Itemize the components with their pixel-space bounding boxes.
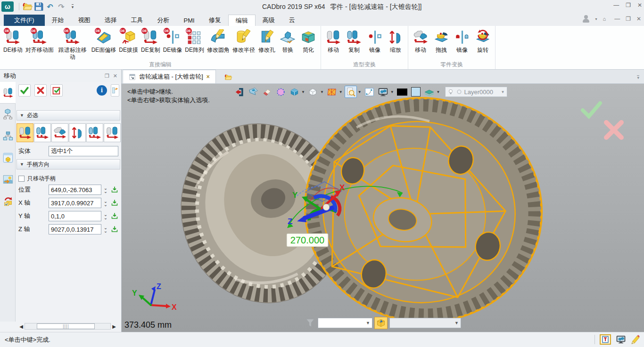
button-de-face-offset[interactable]: DEDE面偏移 (90, 27, 118, 55)
y-axis-field[interactable]: 0,1,0 (49, 211, 101, 221)
render-settings-button[interactable] (377, 86, 389, 98)
strip-image-export-icon[interactable] (0, 169, 16, 190)
avatar-dropdown-icon[interactable]: ▾ (595, 17, 597, 21)
button-modify-radius[interactable]: 修改半径 (231, 27, 256, 55)
zoom-preview-button[interactable] (345, 86, 357, 98)
mode-rotate-move-button[interactable] (69, 123, 86, 142)
pick-from-scene-icon[interactable] (111, 226, 118, 233)
tab-list-dropdown-icon[interactable]: ▾ (637, 75, 639, 80)
tab-start[interactable]: 开始 (45, 15, 71, 26)
erase-button[interactable] (261, 86, 273, 98)
curve-display-button[interactable] (363, 86, 376, 98)
minimize-button[interactable]: — (613, 2, 619, 8)
button-simplify[interactable]: 简化 (298, 27, 319, 55)
tab-view[interactable]: 视图 (71, 15, 98, 26)
tab-pmi[interactable]: PMI (177, 15, 202, 26)
save-button[interactable] (33, 1, 44, 12)
shaded-display-button[interactable] (288, 86, 300, 98)
button-part-move[interactable]: 移动 (410, 27, 431, 55)
secondary-combobox[interactable]: ▼ (389, 318, 461, 328)
scroll-right-icon[interactable]: ▶ (111, 324, 117, 329)
filter-funnel-icon[interactable] (305, 317, 316, 329)
monitor-icon[interactable] (616, 334, 626, 345)
chevron-down-icon[interactable]: ▼ (320, 90, 324, 94)
info-button[interactable]: i (97, 85, 107, 96)
background-black-swatch[interactable] (396, 86, 408, 98)
open-file-button[interactable] (22, 1, 33, 12)
button-shape-mirror[interactable]: 镜像 (364, 27, 385, 55)
button-follow-dim-move[interactable]: DE跟进标注移动 (55, 27, 90, 62)
button-shape-move[interactable]: 移动 (323, 27, 344, 55)
button-part-mirror[interactable]: 镜像 (452, 27, 472, 55)
tab-tools[interactable]: 工具 (124, 15, 150, 26)
tab-advanced[interactable]: 高级 (256, 15, 282, 26)
strip-move-tool-icon[interactable] (0, 82, 16, 104)
close-button[interactable]: ✕ (637, 2, 642, 8)
doc-minimize-button[interactable]: — (614, 16, 620, 22)
button-shape-copy[interactable]: 复制 (344, 27, 364, 55)
annotation-mode-button[interactable] (600, 334, 611, 345)
mode-align-move-button[interactable] (104, 123, 121, 142)
chevron-down-icon[interactable]: ▼ (437, 90, 440, 94)
chevron-down-icon[interactable]: ⌄⌄ (101, 200, 110, 206)
x-axis-field[interactable]: 3917,0,0.99027 (49, 198, 101, 208)
entity-field[interactable]: 选中1个 (49, 146, 118, 156)
wireframe-display-button[interactable] (307, 86, 319, 98)
ok-button[interactable] (18, 84, 31, 97)
tab-cloud[interactable]: 云 (282, 15, 302, 26)
tab-close-icon[interactable]: × (206, 73, 210, 80)
panel-restore-icon[interactable]: ❐ (105, 73, 109, 79)
open-document-icon[interactable] (223, 73, 233, 81)
chevron-down-icon[interactable]: ▼ (339, 90, 343, 94)
user-avatar-icon[interactable] (582, 15, 590, 23)
button-de-move[interactable]: DEDE移动 (2, 27, 24, 55)
cancel-button[interactable] (34, 84, 47, 97)
section-view-button[interactable] (247, 86, 259, 98)
tab-select[interactable]: 选择 (98, 15, 124, 26)
viewport[interactable]: X Y Z 270.000 Z X Y <单击中键>继续. <单击右键>获取实体… (122, 84, 644, 332)
layer-combobox[interactable]: Layer0000 ▼ (445, 87, 507, 97)
chevron-down-icon[interactable]: ▼ (301, 90, 305, 94)
apply-button[interactable] (50, 84, 63, 97)
chevron-down-icon[interactable]: ⌄⌄ (101, 213, 110, 219)
dock-side-button[interactable] (111, 84, 119, 97)
button-modify-hole[interactable]: 修改孔 (256, 27, 277, 55)
edit-pencil-icon[interactable] (631, 335, 640, 344)
move-handle-only-checkbox[interactable] (18, 176, 25, 182)
button-de-copy[interactable]: DEDE复制 (140, 27, 162, 55)
mode-point-move-button[interactable] (34, 123, 51, 142)
section-required[interactable]: ▼ 必选 (17, 110, 120, 121)
scroll-left-icon[interactable]: ◀ (18, 324, 25, 329)
pick-target-button[interactable] (374, 317, 388, 329)
restore-button[interactable]: ❐ (626, 2, 631, 8)
tab-analyze[interactable]: 分析 (150, 15, 177, 26)
minimize-ribbon-icon[interactable]: ⌂ (603, 16, 606, 22)
section-handle-direction[interactable]: ▼ 手柄方向 (17, 159, 120, 169)
chevron-down-icon[interactable]: ⌄⌄ (101, 186, 110, 193)
view-orientation-button[interactable] (326, 86, 338, 98)
mode-dynamic-move-button[interactable] (17, 123, 33, 142)
panel-h-scrollbar[interactable]: ◀ |||| ▶ (18, 323, 117, 330)
pick-from-scene-icon[interactable] (111, 186, 118, 194)
model-scene[interactable]: X Y Z 270.000 Z X Y (122, 84, 644, 332)
button-de-mirror[interactable]: DEDE镜像 (162, 27, 184, 55)
exit-button[interactable] (233, 86, 246, 98)
layers-button[interactable] (423, 86, 436, 98)
app-logo-icon[interactable]: ω (1, 1, 14, 12)
button-part-drag[interactable]: 拖拽 (431, 27, 452, 55)
background-blue-swatch[interactable] (410, 86, 422, 98)
ghost-cancel-icon[interactable] (606, 122, 621, 137)
undo-button[interactable]: ↶ (44, 1, 56, 12)
ghost-confirm-icon[interactable] (583, 103, 600, 116)
chevron-down-icon[interactable]: ▼ (390, 90, 394, 94)
button-align-move-face[interactable]: DE对齐移动面 (24, 27, 55, 55)
strip-history-icon[interactable] (0, 190, 16, 212)
pick-from-scene-icon[interactable] (111, 212, 118, 220)
button-shape-scale[interactable]: 缩放 (385, 27, 406, 55)
button-part-rotate[interactable]: 旋转 (472, 27, 493, 55)
filter-combobox[interactable]: ▼ (318, 318, 372, 328)
redo-button[interactable]: ↷ (56, 1, 67, 12)
tab-file[interactable]: 文件(F) (4, 15, 45, 26)
button-de-draft[interactable]: DEDE拔摸 (117, 27, 140, 55)
scrollbar-thumb[interactable]: |||| (37, 323, 95, 329)
